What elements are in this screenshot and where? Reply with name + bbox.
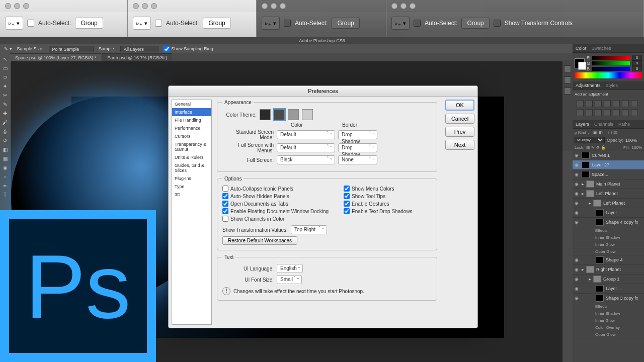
crop-tool-icon[interactable]: ✂ xyxy=(1,92,9,100)
group-select[interactable]: Group xyxy=(75,18,103,29)
lasso-tool-icon[interactable]: ⊃ xyxy=(1,73,9,81)
ui-language-select[interactable]: English xyxy=(277,264,303,273)
visibility-icon[interactable]: ◉ xyxy=(575,172,580,177)
adjustment-icon[interactable] xyxy=(613,109,620,116)
gestures-checkbox[interactable] xyxy=(344,201,350,207)
sample-size-select[interactable]: Point Sample xyxy=(49,46,94,52)
layer-row[interactable]: ◉Curves 1 xyxy=(573,151,644,160)
visibility-icon[interactable]: ◉ xyxy=(575,257,580,262)
layer-row[interactable]: ◦ Inner Shadow xyxy=(573,310,644,317)
show-transform-checkbox[interactable] xyxy=(494,20,501,27)
full-menus-color-select[interactable]: Default xyxy=(277,143,335,152)
layer-row[interactable]: ◦ Effects xyxy=(573,303,644,310)
move-tool-icon[interactable]: ▹₊ ▾ xyxy=(5,17,23,30)
type-tool-icon[interactable]: T xyxy=(1,191,9,199)
auto-show-checkbox[interactable] xyxy=(222,193,228,199)
pref-sidebar-item[interactable]: Performance xyxy=(172,124,211,132)
b-value[interactable]: 0 xyxy=(632,66,642,71)
cancel-button[interactable]: Cancel xyxy=(445,114,474,124)
layer-row[interactable]: ◉Layer ... xyxy=(573,208,644,218)
adjustment-icon[interactable] xyxy=(577,100,584,107)
group-select[interactable]: Group xyxy=(203,18,230,29)
layer-row[interactable]: ◉Shape 3 copy fx xyxy=(573,294,644,303)
layer-row[interactable]: ◦ Color Overlay xyxy=(573,324,644,331)
adjustment-icon[interactable] xyxy=(622,100,629,107)
layer-row[interactable]: ◦ Inner Glow xyxy=(573,317,644,324)
pref-sidebar-item[interactable]: Cursors xyxy=(172,132,211,140)
heal-tool-icon[interactable]: ✚ xyxy=(1,110,9,118)
auto-select-checkbox[interactable] xyxy=(284,20,291,27)
move-tool-icon[interactable]: ▹₊ ▾ xyxy=(133,17,151,30)
group-select[interactable]: Group xyxy=(461,18,489,29)
fill-value[interactable]: 100% xyxy=(632,145,642,150)
actions-panel-icon[interactable] xyxy=(564,76,571,83)
pref-sidebar-item[interactable]: Guides, Grid & Slices xyxy=(172,161,211,174)
move-tool-icon[interactable]: ▹₊ ▾ xyxy=(262,17,280,30)
adjustment-icon[interactable] xyxy=(586,109,593,116)
visibility-icon[interactable]: ◉ xyxy=(575,201,580,206)
pref-sidebar-item[interactable]: Interface xyxy=(172,108,211,116)
layer-row[interactable]: ◉▸Right Planet xyxy=(573,265,644,275)
pref-sidebar-item[interactable]: General xyxy=(172,100,211,108)
pen-tool-icon[interactable]: ✒ xyxy=(1,182,9,190)
layer-row[interactable]: ◉▸Group 1 xyxy=(573,275,644,284)
theme-swatch-medium-light[interactable] xyxy=(288,109,299,120)
adjustment-icon[interactable] xyxy=(604,100,611,107)
standard-color-select[interactable]: Default xyxy=(277,130,335,139)
show-sampling-ring-checkbox[interactable] xyxy=(164,46,170,52)
eyedropper-tool-icon[interactable]: ✎ xyxy=(1,101,9,109)
pref-sidebar-item[interactable]: 3D xyxy=(172,191,211,199)
adjustment-icon[interactable] xyxy=(622,109,629,116)
properties-panel-icon[interactable] xyxy=(564,87,571,95)
history-brush-tool-icon[interactable]: ↺ xyxy=(1,137,9,145)
eyedropper-icon[interactable]: ✎ ▾ xyxy=(4,46,12,51)
prev-button[interactable]: Prev xyxy=(445,127,474,137)
layer-row[interactable]: ◉▸Main Planet xyxy=(573,179,644,189)
floating-checkbox[interactable] xyxy=(222,208,228,214)
visibility-icon[interactable]: ◉ xyxy=(575,162,580,167)
adjustment-icon[interactable] xyxy=(595,100,602,107)
tool-tips-checkbox[interactable] xyxy=(344,193,350,199)
color-spectrum[interactable] xyxy=(575,72,642,78)
visibility-icon[interactable]: ◉ xyxy=(575,153,580,158)
move-tool-icon[interactable]: ↖ xyxy=(1,55,9,63)
layer-list[interactable]: ◉Curves 1◉Layer 27◉Space...◉▸Main Planet… xyxy=(573,151,644,352)
adjustments-tab[interactable]: Adjustments xyxy=(576,83,601,88)
pref-sidebar-item[interactable]: Units & Rulers xyxy=(172,153,211,161)
adjustment-icon[interactable] xyxy=(631,109,638,116)
layer-row[interactable]: ◉Shape 4 xyxy=(573,255,644,265)
layer-row[interactable]: ◉Space... xyxy=(573,170,644,179)
pref-sidebar-item[interactable]: Type xyxy=(172,183,211,191)
menu-colors-checkbox[interactable] xyxy=(344,186,350,192)
layer-row[interactable]: ◉▸Left Planet xyxy=(573,189,644,199)
wand-tool-icon[interactable]: ✦ xyxy=(1,82,9,90)
auto-select-checkbox[interactable] xyxy=(27,20,34,27)
open-tabs-checkbox[interactable] xyxy=(222,201,228,207)
sample-select[interactable]: All Layers xyxy=(120,46,158,52)
pref-sidebar-item[interactable]: File Handling xyxy=(172,116,211,124)
next-button[interactable]: Next xyxy=(445,140,474,150)
auto-select-checkbox[interactable] xyxy=(414,20,421,27)
document-tab-2[interactable]: Earth.psd @ 16.7% (RGB/8#) xyxy=(102,53,172,62)
document-tab-1[interactable]: Space.psd @ 100% (Layer 27, RGB/8) * xyxy=(10,53,101,62)
layer-row[interactable]: ◦ Inner Shadow xyxy=(573,234,644,241)
layer-row[interactable]: ◦ Effects xyxy=(573,227,644,234)
adjustment-icon[interactable] xyxy=(613,100,620,107)
dodge-tool-icon[interactable]: ○ xyxy=(1,173,9,181)
visibility-icon[interactable]: ◉ xyxy=(575,277,580,282)
swatches-tab[interactable]: Swatches xyxy=(592,46,611,51)
stamp-tool-icon[interactable]: ⎙ xyxy=(1,128,9,136)
adjustment-icon[interactable] xyxy=(586,100,593,107)
theme-swatch-medium-dark[interactable] xyxy=(274,109,285,120)
ok-button[interactable]: OK xyxy=(445,100,474,111)
visibility-icon[interactable]: ◉ xyxy=(575,210,580,215)
visibility-icon[interactable]: ◉ xyxy=(575,182,580,187)
color-tab[interactable]: Color xyxy=(576,46,587,51)
adjustment-icon[interactable] xyxy=(631,100,638,107)
r-value[interactable]: 0 xyxy=(632,55,642,60)
history-panel-icon[interactable] xyxy=(564,65,571,72)
visibility-icon[interactable]: ◉ xyxy=(575,286,580,291)
layer-row[interactable]: ◦ Inner Glow xyxy=(573,241,644,248)
visibility-icon[interactable]: ◉ xyxy=(575,191,580,196)
blend-mode-select[interactable]: Multiply xyxy=(575,137,605,143)
